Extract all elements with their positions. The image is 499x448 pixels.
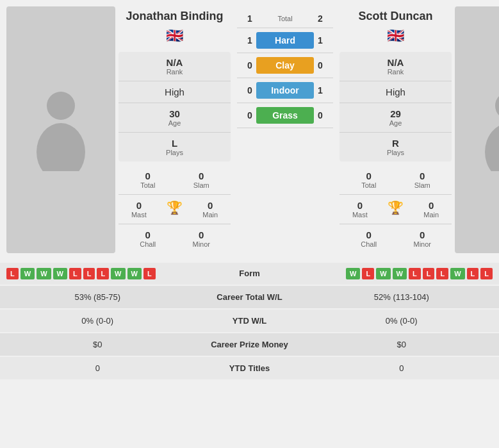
p2-clay-score: 0 — [314, 60, 327, 71]
grass-badge: Grass — [256, 107, 314, 124]
form-badge: L — [6, 268, 19, 279]
indoor-row: 0 Indoor 1 — [237, 78, 333, 103]
player2-total-label: Total — [342, 181, 396, 189]
hard-row: 1 Hard 1 — [237, 28, 333, 53]
player1-slam-label: Slam — [175, 181, 229, 189]
player1-name: Jonathan Binding — [126, 10, 224, 24]
player2-ytd-wl: 0% (0-0) — [314, 316, 490, 326]
player1-flag: 🇬🇧 — [166, 28, 183, 44]
clay-row: 0 Clay 0 — [237, 53, 333, 78]
p1-grass-score: 0 — [243, 110, 256, 120]
player2-minor-label: Minor — [396, 240, 450, 248]
form-badge: L — [362, 268, 374, 279]
player2-plays-label: Plays — [342, 149, 449, 156]
career-wl-row: 53% (85-75) Career Total W/L 52% (113-10… — [0, 286, 499, 308]
player2-age-label: Age — [342, 119, 449, 127]
p2-hard-score: 1 — [314, 35, 327, 46]
player2-age-value: 29 — [342, 108, 449, 119]
form-badge: L — [436, 268, 448, 279]
player1-mast-main-row: 0 Mast 🏆 0 Main — [119, 195, 231, 224]
player2-rank-value: N/A — [342, 57, 449, 68]
player1-photo — [6, 6, 115, 253]
player2-main-value: 0 — [413, 200, 449, 211]
form-badge: L — [409, 268, 421, 279]
form-badge: L — [97, 268, 109, 279]
svg-point-1 — [37, 123, 85, 171]
p1-total-score: 1 — [243, 13, 256, 24]
form-badge: W — [450, 268, 464, 279]
form-badge: W — [346, 268, 360, 279]
svg-point-3 — [485, 123, 499, 171]
player1-minor-item: 0 Minor — [175, 229, 229, 248]
player2-rank-cell: N/A Rank — [339, 52, 452, 81]
player1-main-item: 0 Main — [192, 200, 228, 219]
form-badge: L — [69, 268, 81, 279]
p2-total-score: 2 — [314, 13, 327, 24]
player2-stats: N/A Rank High 29 Age R Plays — [339, 52, 452, 162]
player2-plays-value: R — [342, 138, 449, 149]
player1-total-item: 0 Total — [121, 170, 175, 189]
player2-main-label: Main — [413, 211, 449, 219]
ytd-wl-row: 0% (0-0) YTD W/L 0% (0-0) — [0, 310, 499, 332]
player1-ytd-titles: 0 — [10, 363, 186, 373]
player2-rank-label: Rank — [342, 68, 449, 76]
player1-stats: N/A Rank High 30 Age L Plays — [119, 52, 231, 162]
player2-chall-minor-row: 0 Chall 0 Minor — [339, 224, 452, 253]
player2-main-item: 0 Main — [413, 200, 449, 219]
player1-age-cell: 30 Age — [119, 103, 231, 133]
hard-badge: Hard — [256, 32, 314, 49]
grass-row: 0 Grass 0 — [237, 103, 333, 128]
form-label: Form — [186, 269, 314, 278]
player2-prize: $0 — [314, 340, 490, 349]
form-badge: L — [480, 268, 493, 279]
form-badge: W — [393, 268, 407, 279]
ytd-wl-label: YTD W/L — [186, 316, 314, 326]
player1-high-value: High — [121, 87, 228, 97]
player2-flag: 🇬🇧 — [387, 28, 404, 44]
player2-lower-stats: 0 Total 0 Slam 0 Mast 🏆 — [339, 165, 452, 253]
player1-lower-stats: 0 Total 0 Slam 0 Mast 🏆 — [119, 165, 231, 253]
form-row: LWWWLLLWWL Form WLWWLLLWLL — [0, 263, 499, 285]
player1-chall-label: Chall — [121, 240, 175, 248]
player2-high-value: High — [342, 87, 449, 97]
player1-high-cell: High — [119, 81, 231, 103]
player2-chall-value: 0 — [342, 229, 396, 240]
player1-mast-value: 0 — [121, 200, 157, 211]
player1-rank-label: Rank — [121, 68, 228, 76]
player1-plays-label: Plays — [121, 149, 228, 156]
p1-clay-score: 0 — [243, 60, 256, 71]
ytd-titles-row: 0 YTD Titles 0 — [0, 357, 499, 379]
player2-total-item: 0 Total — [342, 170, 396, 189]
form-badge: W — [127, 268, 142, 279]
player2-minor-value: 0 — [396, 229, 450, 240]
player1-trophy-icon: 🏆 — [157, 200, 193, 215]
player1-plays-cell: L Plays — [119, 133, 231, 162]
form-badge: L — [83, 268, 95, 279]
form-badge: W — [53, 268, 67, 279]
player1-total-label: Total — [121, 181, 175, 189]
form-badge: W — [376, 268, 390, 279]
player2-chall-item: 0 Chall — [342, 229, 396, 248]
prize-label: Career Prize Money — [186, 340, 314, 349]
main-container: Jonathan Binding 🇬🇧 N/A Rank High 30 Age… — [0, 0, 499, 379]
player2-chall-label: Chall — [342, 240, 396, 248]
ytd-titles-label: YTD Titles — [186, 363, 314, 373]
p1-hard-score: 1 — [243, 35, 256, 46]
form-badge: L — [423, 268, 435, 279]
form-badge: W — [20, 268, 35, 279]
player1-career-wl: 53% (85-75) — [10, 292, 186, 302]
player1-chall-minor-row: 0 Chall 0 Minor — [119, 224, 231, 253]
player2-high-cell: High — [339, 81, 452, 103]
player2-minor-item: 0 Minor — [396, 229, 450, 248]
player2-info: Scott Duncan 🇬🇧 N/A Rank High 29 Age R P… — [339, 6, 452, 253]
player2-trophy: 🏆 — [378, 200, 414, 219]
player1-main-value: 0 — [192, 200, 228, 211]
player2-mast-label: Mast — [342, 211, 378, 219]
p2-indoor-score: 1 — [314, 85, 327, 95]
clay-badge: Clay — [256, 57, 314, 74]
player1-rank-cell: N/A Rank — [119, 52, 231, 81]
player1-mast-label: Mast — [121, 211, 157, 219]
player1-main-label: Main — [192, 211, 228, 219]
player1-total-slam-row: 0 Total 0 Slam — [119, 165, 231, 195]
player1-rank-value: N/A — [121, 57, 228, 68]
